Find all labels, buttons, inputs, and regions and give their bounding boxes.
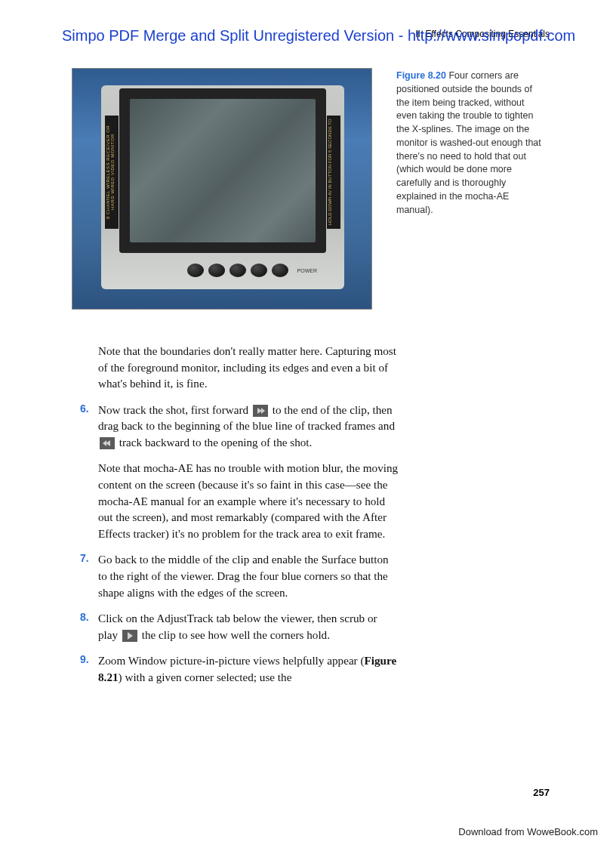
caption-text: Four corners are positioned outside the …: [396, 70, 541, 215]
crt-monitor: 8 CHANNEL WIRELESS RECEIVER OR HARD WIRE…: [101, 85, 344, 289]
play-icon: [122, 630, 137, 642]
step-7: 7. Go back to the middle of the clip and…: [82, 551, 399, 600]
step-number: 8.: [80, 610, 89, 625]
body-content: Note that the boundaries don't really ma…: [82, 343, 399, 695]
track-forward-icon: [253, 405, 268, 417]
page-number: 257: [533, 787, 550, 798]
step-text: ) with a given corner selected; use the: [119, 671, 292, 683]
step-6: 6. Now track the shot, first forward to …: [82, 402, 399, 451]
knob-icon: [187, 264, 204, 277]
paragraph: Note that mocha-AE has no trouble with m…: [82, 460, 399, 541]
knob-icon: [229, 264, 246, 277]
figure-8-20-image: 8 CHANNEL WIRELESS RECEIVER OR HARD WIRE…: [72, 68, 372, 310]
step-text: Zoom Window picture-in-picture views hel…: [98, 654, 365, 667]
monitor-controls: POWER: [119, 257, 326, 283]
step-number: 7.: [80, 551, 89, 566]
step-number: 9.: [80, 652, 89, 668]
screen-glass: [130, 99, 316, 242]
step-text: track backward to the opening of the sho…: [116, 436, 312, 449]
monitor-left-label: 8 CHANNEL WIRELESS RECEIVER OR HARD WIRE…: [105, 116, 119, 229]
step-text: Now track the shot, first forward: [98, 403, 251, 416]
screen-bezel: [119, 88, 326, 253]
knob-icon: [251, 264, 267, 277]
knob-icon: [272, 264, 288, 277]
figure-label: Figure 8.20: [396, 70, 446, 81]
watermark-text: Simpo PDF Merge and Split Unregistered V…: [62, 27, 586, 45]
step-8: 8. Click on the AdjustTrack tab below th…: [82, 610, 399, 643]
footer-text: Download from WoweBook.com: [458, 826, 598, 837]
step-number: 6.: [80, 402, 89, 417]
step-text: Go back to the middle of the clip and en…: [98, 553, 389, 598]
monitor-right-label: HOLD DOWN AV IN BUTTON FOR 5 SECONDS TO: [327, 116, 340, 229]
paragraph: Note that the boundaries don't really ma…: [82, 343, 399, 392]
power-label: POWER: [297, 268, 317, 273]
knob-icon: [208, 264, 225, 277]
step-9: 9. Zoom Window picture-in-picture views …: [82, 652, 399, 685]
figure-caption: Figure 8.20 Four corners are positioned …: [396, 69, 546, 217]
track-backward-icon: [100, 437, 115, 449]
step-text: the clip to see how well the corners hol…: [139, 628, 330, 641]
